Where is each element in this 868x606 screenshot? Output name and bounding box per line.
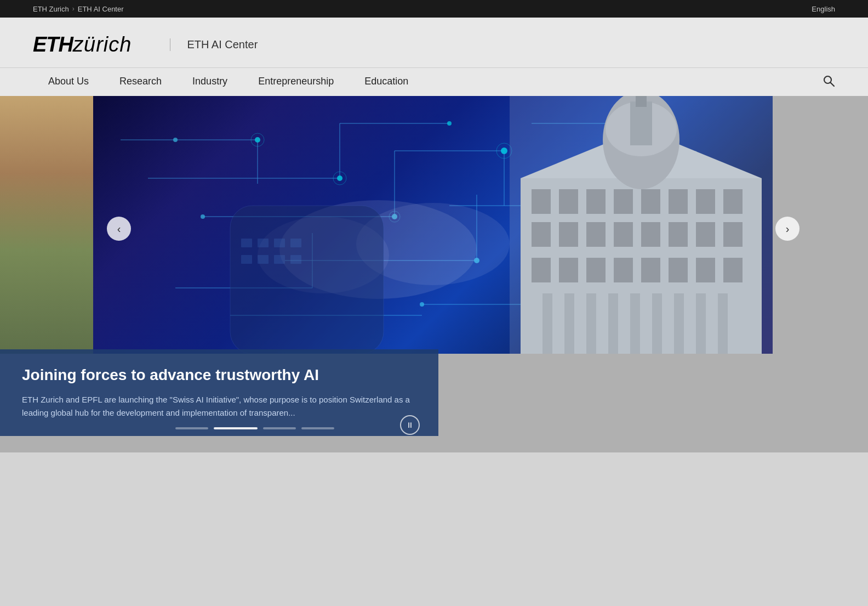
breadcrumb: ETH Zurich › ETH AI Center bbox=[33, 5, 124, 13]
site-header: ETH zürich ETH AI Center bbox=[0, 18, 868, 67]
svg-rect-83 bbox=[586, 293, 596, 354]
hero-image bbox=[93, 96, 773, 354]
svg-rect-57 bbox=[532, 189, 551, 214]
svg-rect-88 bbox=[696, 293, 706, 354]
logo-zurich: zürich bbox=[73, 33, 132, 56]
carousel-pause-button[interactable]: ⏸ bbox=[400, 415, 420, 435]
indicator-2[interactable] bbox=[214, 427, 258, 429]
svg-point-24 bbox=[255, 137, 260, 143]
svg-rect-78 bbox=[669, 258, 688, 282]
svg-rect-84 bbox=[608, 293, 618, 354]
nav-education[interactable]: Education bbox=[349, 68, 424, 96]
svg-rect-94 bbox=[636, 96, 647, 107]
svg-rect-45 bbox=[230, 206, 384, 354]
svg-rect-93 bbox=[630, 101, 652, 145]
breadcrumb-chevron: › bbox=[72, 5, 75, 13]
carousel-prev-button[interactable]: ‹ bbox=[107, 217, 131, 241]
svg-rect-72 bbox=[723, 222, 743, 247]
svg-rect-61 bbox=[641, 189, 660, 214]
svg-rect-66 bbox=[559, 222, 578, 247]
svg-rect-62 bbox=[669, 189, 688, 214]
search-icon[interactable] bbox=[822, 74, 835, 90]
chevron-left-icon: ‹ bbox=[117, 223, 121, 235]
svg-rect-48 bbox=[258, 239, 269, 247]
svg-rect-75 bbox=[586, 258, 606, 282]
nav-about-us[interactable]: About Us bbox=[33, 68, 104, 96]
svg-rect-85 bbox=[630, 293, 640, 354]
svg-rect-51 bbox=[241, 255, 252, 264]
carousel-indicators bbox=[175, 427, 334, 429]
svg-rect-53 bbox=[274, 255, 285, 264]
svg-rect-74 bbox=[559, 258, 578, 282]
indicator-4[interactable] bbox=[301, 427, 334, 429]
current-page-link[interactable]: ETH AI Center bbox=[78, 5, 124, 13]
pause-icon: ⏸ bbox=[406, 421, 414, 429]
svg-rect-50 bbox=[290, 239, 301, 247]
language-selector[interactable]: English bbox=[812, 5, 835, 13]
indicator-3[interactable] bbox=[263, 427, 296, 429]
svg-point-26 bbox=[337, 175, 342, 181]
site-title: ETH AI Center bbox=[170, 38, 258, 51]
svg-rect-79 bbox=[696, 258, 715, 282]
svg-point-30 bbox=[501, 148, 507, 154]
svg-rect-82 bbox=[564, 293, 574, 354]
svg-rect-70 bbox=[669, 222, 688, 247]
hero-left-strip bbox=[0, 96, 93, 354]
home-link[interactable]: ETH Zurich bbox=[33, 5, 69, 13]
svg-rect-89 bbox=[718, 293, 728, 354]
svg-rect-47 bbox=[241, 239, 252, 247]
svg-rect-87 bbox=[674, 293, 684, 354]
svg-rect-69 bbox=[641, 222, 660, 247]
carousel-next-button[interactable]: › bbox=[775, 217, 800, 241]
svg-point-41 bbox=[420, 302, 424, 307]
svg-point-36 bbox=[173, 138, 178, 142]
svg-point-37 bbox=[201, 214, 205, 219]
hero-caption-text: ETH Zurich and EPFL are launching the "S… bbox=[22, 393, 416, 420]
indicator-1[interactable] bbox=[175, 427, 208, 429]
topbar: ETH Zurich › ETH AI Center English bbox=[0, 0, 868, 18]
svg-rect-60 bbox=[614, 189, 633, 214]
svg-point-38 bbox=[447, 121, 452, 126]
svg-line-1 bbox=[831, 82, 835, 86]
chevron-right-icon: › bbox=[786, 223, 790, 235]
nav-research[interactable]: Research bbox=[104, 68, 177, 96]
svg-rect-68 bbox=[614, 222, 633, 247]
svg-rect-86 bbox=[652, 293, 662, 354]
svg-rect-77 bbox=[641, 258, 660, 282]
nav-industry[interactable]: Industry bbox=[177, 68, 243, 96]
hero-carousel: ‹ › Joining forces to advance trustworth… bbox=[0, 96, 868, 452]
logo-eth: ETH bbox=[33, 33, 73, 56]
svg-rect-80 bbox=[723, 258, 743, 282]
svg-rect-63 bbox=[696, 189, 715, 214]
nav-entrepreneurship[interactable]: Entrepreneurship bbox=[243, 68, 349, 96]
svg-rect-58 bbox=[559, 189, 578, 214]
svg-rect-73 bbox=[532, 258, 551, 282]
svg-rect-81 bbox=[542, 293, 552, 354]
svg-rect-64 bbox=[723, 189, 743, 214]
svg-rect-76 bbox=[614, 258, 633, 282]
hero-caption: Joining forces to advance trustworthy AI… bbox=[0, 349, 438, 436]
main-navigation: About Us Research Industry Entrepreneurs… bbox=[0, 67, 868, 96]
logo[interactable]: ETH zürich bbox=[33, 33, 132, 56]
svg-rect-65 bbox=[532, 222, 551, 247]
nav-links: About Us Research Industry Entrepreneurs… bbox=[33, 68, 424, 96]
hero-caption-title: Joining forces to advance trustworthy AI bbox=[22, 366, 416, 384]
svg-rect-49 bbox=[274, 239, 285, 247]
svg-rect-67 bbox=[586, 222, 606, 247]
svg-rect-59 bbox=[586, 189, 606, 214]
svg-rect-71 bbox=[696, 222, 715, 247]
svg-rect-54 bbox=[290, 255, 301, 264]
svg-rect-52 bbox=[258, 255, 269, 264]
